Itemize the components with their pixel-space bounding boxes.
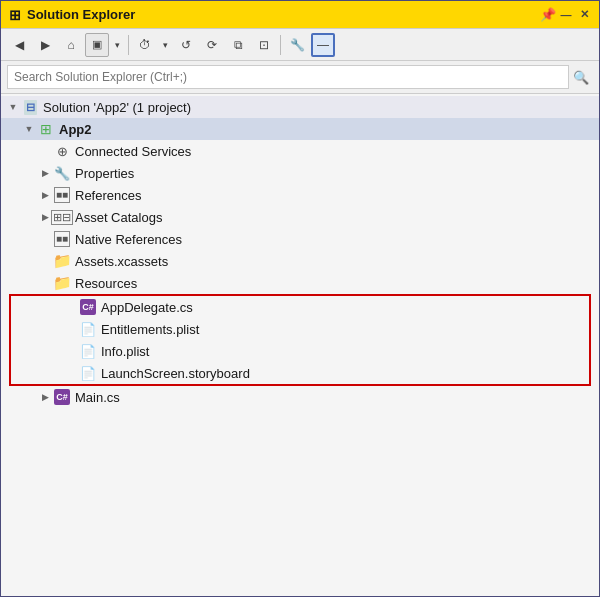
appdelegate-icon: C# <box>79 298 97 316</box>
clock-icon: ⏱ <box>139 38 151 52</box>
references-expand-arrow[interactable]: ▶ <box>37 187 53 203</box>
refresh-button[interactable]: ⟳ <box>200 33 224 57</box>
tree-item-resources[interactable]: 📁 Resources <box>1 272 599 294</box>
search-bar: 🔍 <box>1 61 599 94</box>
forward-icon: ▶ <box>41 38 50 52</box>
entitlements-label: Entitlements.plist <box>101 322 199 337</box>
project-item[interactable]: ▼ ⊞ App2 <box>1 118 599 140</box>
view-icon: ▣ <box>92 38 102 51</box>
clock-dropdown-arrow[interactable]: ▾ <box>158 33 172 57</box>
tree-item-assets-xcassets[interactable]: 📁 Assets.xcassets <box>1 250 599 272</box>
tree-item-main-cs[interactable]: ▶ C# Main.cs <box>1 386 599 408</box>
tree-item-references[interactable]: ▶ ■■ References <box>1 184 599 206</box>
clock-button[interactable]: ⏱ <box>133 33 157 57</box>
tree-item-launchscreen[interactable]: 📄 LaunchScreen.storyboard <box>11 362 589 384</box>
native-references-icon: ■■ <box>53 230 71 248</box>
minus-icon: — <box>317 38 329 52</box>
connected-services-label: Connected Services <box>75 144 191 159</box>
tree-item-entitlements[interactable]: 📄 Entitlements.plist <box>11 318 589 340</box>
solution-label: Solution 'App2' (1 project) <box>43 100 191 115</box>
paste-button[interactable]: ⊡ <box>252 33 276 57</box>
red-selection-box: C# AppDelegate.cs 📄 Entitlements.plist 📄… <box>9 294 591 386</box>
search-icon: 🔍 <box>573 70 589 85</box>
solution-explorer-icon: ⊞ <box>9 7 21 23</box>
separator-1 <box>128 35 129 55</box>
close-button[interactable]: ✕ <box>577 8 591 22</box>
solution-explorer-window: ⊞ Solution Explorer 📌 — ✕ ◀ ▶ ⌂ ▣ ▾ ⏱ <box>0 0 600 597</box>
separator-2 <box>280 35 281 55</box>
properties-expand-arrow[interactable]: ▶ <box>37 165 53 181</box>
tree-item-appdelegate[interactable]: C# AppDelegate.cs <box>11 296 589 318</box>
pin-button[interactable]: 📌 <box>541 8 555 22</box>
paste-icon: ⊡ <box>259 38 269 52</box>
main-cs-icon: C# <box>53 388 71 406</box>
resources-label: Resources <box>75 276 137 291</box>
title-text: Solution Explorer <box>27 7 135 22</box>
project-icon: ⊞ <box>37 120 55 138</box>
launchscreen-icon: 📄 <box>79 364 97 382</box>
view-dropdown[interactable]: ▣ ▾ <box>85 33 124 57</box>
clock-dropdown[interactable]: ⏱ ▾ <box>133 33 172 57</box>
entitlements-icon: 📄 <box>79 320 97 338</box>
solution-expand-arrow[interactable]: ▼ <box>5 99 21 115</box>
tree-item-info-plist[interactable]: 📄 Info.plist <box>11 340 589 362</box>
tree-item-native-references[interactable]: ■■ Native References <box>1 228 599 250</box>
references-label: References <box>75 188 141 203</box>
solution-icon: ⊟ <box>21 98 39 116</box>
project-expand-arrow[interactable]: ▼ <box>21 121 37 137</box>
back-button[interactable]: ◀ <box>7 33 31 57</box>
home-icon: ⌂ <box>67 38 74 52</box>
forward-button[interactable]: ▶ <box>33 33 57 57</box>
home-button[interactable]: ⌂ <box>59 33 83 57</box>
title-bar: ⊞ Solution Explorer 📌 — ✕ <box>1 1 599 29</box>
title-bar-left: ⊞ Solution Explorer <box>9 7 135 23</box>
view-button[interactable]: ▣ <box>85 33 109 57</box>
resources-icon: 📁 <box>53 274 71 292</box>
tree-item-properties[interactable]: ▶ 🔧 Properties <box>1 162 599 184</box>
assets-xcassets-label: Assets.xcassets <box>75 254 168 269</box>
copy-button[interactable]: ⧉ <box>226 33 250 57</box>
tree-item-connected-services[interactable]: ⊕ Connected Services <box>1 140 599 162</box>
properties-label: Properties <box>75 166 134 181</box>
project-label: App2 <box>59 122 92 137</box>
main-cs-expand-arrow[interactable]: ▶ <box>37 389 53 405</box>
connected-services-icon: ⊕ <box>53 142 71 160</box>
tree-item-asset-catalogs[interactable]: ▶ ⊞⊟ Asset Catalogs <box>1 206 599 228</box>
solution-item[interactable]: ▼ ⊟ Solution 'App2' (1 project) <box>1 96 599 118</box>
appdelegate-label: AppDelegate.cs <box>101 300 193 315</box>
sync-icon: ↺ <box>181 38 191 52</box>
main-cs-label: Main.cs <box>75 390 120 405</box>
settings-button[interactable]: 🔧 <box>285 33 309 57</box>
title-bar-controls: 📌 — ✕ <box>541 8 591 22</box>
back-icon: ◀ <box>15 38 24 52</box>
asset-catalogs-label: Asset Catalogs <box>75 210 162 225</box>
references-icon: ■■ <box>53 186 71 204</box>
assets-xcassets-icon: 📁 <box>53 252 71 270</box>
copy-icon: ⧉ <box>234 38 243 52</box>
search-input[interactable] <box>7 65 569 89</box>
native-references-label: Native References <box>75 232 182 247</box>
search-button[interactable]: 🔍 <box>569 65 593 89</box>
info-plist-icon: 📄 <box>79 342 97 360</box>
asset-catalogs-icon: ⊞⊟ <box>53 208 71 226</box>
sync-button[interactable]: ↺ <box>174 33 198 57</box>
info-plist-label: Info.plist <box>101 344 149 359</box>
tree-content: ▼ ⊟ Solution 'App2' (1 project) ▼ ⊞ App2… <box>1 94 599 596</box>
minimize-button[interactable]: — <box>559 8 573 22</box>
toolbar: ◀ ▶ ⌂ ▣ ▾ ⏱ ▾ ↺ ⟳ ⧉ ⊡ <box>1 29 599 61</box>
refresh-icon: ⟳ <box>207 38 217 52</box>
wrench-icon: 🔧 <box>290 38 305 52</box>
view-dropdown-arrow[interactable]: ▾ <box>110 33 124 57</box>
minus-button[interactable]: — <box>311 33 335 57</box>
launchscreen-label: LaunchScreen.storyboard <box>101 366 250 381</box>
properties-icon: 🔧 <box>53 164 71 182</box>
